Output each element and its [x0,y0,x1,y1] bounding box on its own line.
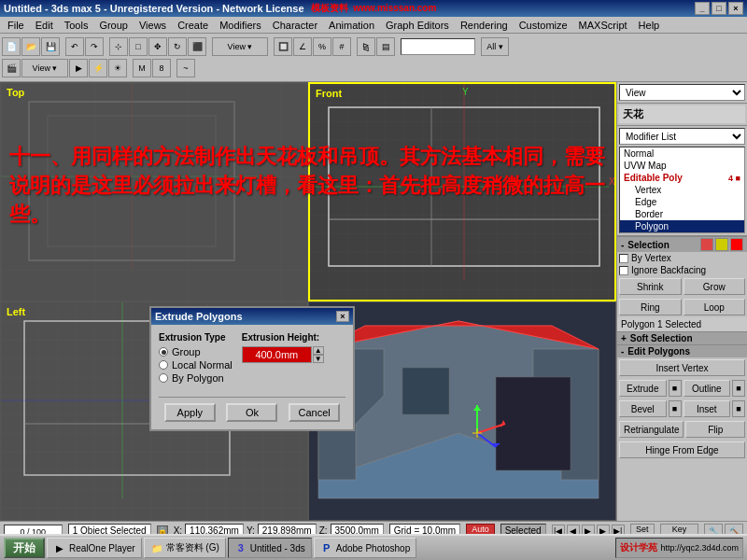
tb-curve-editor[interactable]: ~ [176,59,195,77]
radio-group[interactable]: Group [159,346,233,357]
toolbar-area: 📄 📂 💾 ↶ ↷ ⊹ □ ✥ ↻ ⬛ View ▾ 🔲 ∠ % # ⧎ ▤ A… [0,34,747,82]
tb-material-editor[interactable]: M [133,59,151,77]
tb-quick-render[interactable]: ⚡ [89,59,107,77]
tb-snap[interactable]: 🔲 [274,37,292,56]
tb-open[interactable]: 📂 [21,37,40,56]
viewport-front[interactable]: X Y Front [308,82,616,301]
radio-local-normal[interactable]: Local Normal [159,359,233,371]
shrink-button[interactable]: Shrink [619,278,682,295]
extrusion-height-input[interactable] [242,346,312,363]
ignore-backfacing-row: Ignore Backfacing [617,264,747,276]
select-vertex-icon[interactable] [700,238,713,251]
menu-animation[interactable]: Animation [323,19,380,32]
taskbar-folder[interactable]: 📁 常客资料 (G) [144,538,226,558]
inset-button[interactable]: Inset [684,400,731,417]
menu-maxscript[interactable]: MAXScript [573,19,633,32]
tb-layer[interactable]: All ▾ [481,37,509,56]
tian-hua-label: 天花 [619,105,745,123]
tb-select-region[interactable]: □ [129,37,148,56]
insert-vertex-button[interactable]: Insert Vertex [619,359,745,376]
bevel-button[interactable]: Bevel [619,400,667,417]
menu-character[interactable]: Character [267,19,323,32]
tb-new[interactable]: 📄 [2,37,21,56]
extrude-outline-row: Extrude ■ Outline ■ [617,378,747,399]
menu-tools[interactable]: Tools [59,19,94,32]
menu-file[interactable]: File [2,19,30,32]
menu-group[interactable]: Group [93,19,134,32]
select-poly-icon[interactable] [730,238,743,251]
menu-views[interactable]: Views [134,19,172,32]
menu-edit[interactable]: Edit [30,19,59,32]
by-vertex-checkbox[interactable] [619,254,628,263]
viewport-top[interactable]: Top [0,82,308,301]
menu-modifiers[interactable]: Modifiers [214,19,267,32]
taskbar-3ds[interactable]: 3 Untitled - 3ds [228,538,312,558]
tb-render-go[interactable]: ▶ [69,59,88,77]
tb-undo[interactable]: ↶ [65,37,84,56]
bevel-inset-row: Bevel ■ Inset ■ [617,399,747,419]
dialog-close-button[interactable]: × [336,311,349,322]
apply-button[interactable]: Apply [164,403,216,422]
tb-render-type[interactable]: View ▾ [21,59,68,77]
retriangulate-button[interactable]: Retriangulate [619,421,684,438]
tb-activeshade[interactable]: ☀ [108,59,127,77]
cancel-button[interactable]: Cancel [289,403,340,422]
taskbar-photoshop[interactable]: P Adobe Photoshop [314,538,417,558]
grow-button[interactable]: Grow [684,278,746,295]
tb-move[interactable]: ✥ [148,37,167,56]
start-button[interactable]: 开始 [4,538,45,558]
tb-redo[interactable]: ↷ [85,37,104,56]
tb-ref-coord[interactable]: View ▾ [212,37,268,56]
toolbar-row1: 📄 📂 💾 ↶ ↷ ⊹ □ ✥ ↻ ⬛ View ▾ 🔲 ∠ % # ⧎ ▤ A… [2,35,745,58]
tb-save[interactable]: 💾 [41,37,60,56]
taskbar-realplayer[interactable]: ▶ RealOne Player [47,538,142,558]
menu-customize[interactable]: Customize [514,19,573,32]
modifier-vertex[interactable]: Vertex [620,184,744,196]
tb-scale[interactable]: ⬛ [188,37,206,56]
retriangulate-flip-row: Retriangulate Flip [617,419,747,440]
height-decrement-button[interactable]: ▼ [313,355,324,363]
tb-angle-snap[interactable]: ∠ [293,37,312,56]
modifier-border[interactable]: Border [620,208,744,220]
tb-align[interactable]: ▤ [376,37,395,56]
tb-select[interactable]: ⊹ [109,37,128,56]
radio-by-polygon[interactable]: By Polygon [159,372,233,384]
modifier-uvw[interactable]: UVW Map [620,160,744,172]
view-dropdown[interactable]: View [619,84,745,101]
select-edge-icon[interactable] [715,238,728,251]
tb-mirror[interactable]: ⧎ [357,37,375,56]
menu-create[interactable]: Create [172,19,214,32]
height-increment-button[interactable]: ▲ [313,346,324,355]
outline-settings[interactable]: ■ [732,380,745,397]
modifier-polygon[interactable]: Polygon [620,220,744,232]
tb-spinner-snap[interactable]: # [332,37,351,56]
ok-button[interactable]: Ok [226,403,277,422]
modifier-normal[interactable]: Normal [620,147,744,160]
modifier-editable-poly[interactable]: Editable Poly 4 ■ [620,172,744,184]
extrude-button[interactable]: Extrude [619,380,667,397]
bevel-settings[interactable]: ■ [669,400,682,417]
vp-front-label: Front [316,88,342,99]
hinge-from-edge-button[interactable]: Hinge From Edge [619,441,745,458]
close-button[interactable]: × [728,2,743,15]
maximize-button[interactable]: □ [712,2,726,15]
minimize-button[interactable]: _ [695,2,710,15]
ring-button[interactable]: Ring [619,299,682,315]
menu-rendering[interactable]: Rendering [455,19,514,32]
modifier-list-dropdown[interactable]: Modifier List [619,128,745,145]
menu-help[interactable]: Help [633,19,666,32]
menu-graph-editors[interactable]: Graph Editors [380,19,455,32]
ignore-backfacing-checkbox[interactable] [619,266,628,275]
tb-percent-snap[interactable]: % [313,37,331,56]
inset-settings[interactable]: ■ [732,400,745,417]
modifier-edge[interactable]: Edge [620,196,744,208]
extrude-settings[interactable]: ■ [669,380,682,397]
tb-name-field[interactable] [401,38,475,55]
loop-button[interactable]: Loop [684,299,746,315]
dialog-title-bar: Extrude Polygons × [151,308,353,325]
flip-button[interactable]: Flip [685,421,745,438]
tb-render-env[interactable]: 8 [152,59,171,77]
tb-rotate[interactable]: ↻ [168,37,187,56]
tb-render-scene[interactable]: 🎬 [2,59,21,77]
outline-button[interactable]: Outline [684,380,731,397]
